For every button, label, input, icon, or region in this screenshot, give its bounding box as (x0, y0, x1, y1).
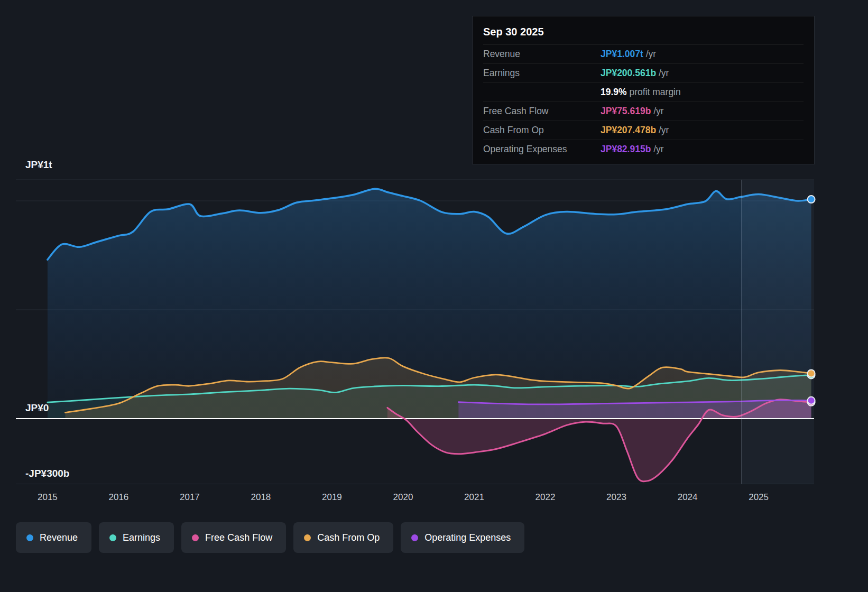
tooltip-suffix: /yr (656, 125, 669, 135)
x-axis-label: 2018 (251, 492, 271, 502)
tooltip-row-profit-margin: 19.9% profit margin (483, 82, 804, 101)
x-axis-label: 2021 (464, 492, 484, 502)
y-axis-label: JP¥1t (25, 159, 52, 170)
tooltip-suffix: /yr (643, 49, 656, 59)
tooltip-row-cash-from-op: Cash From Op JP¥207.478b /yr (483, 121, 804, 140)
legend-item-free-cash-flow[interactable]: Free Cash Flow (181, 522, 286, 553)
tooltip-value: 19.9% (601, 87, 627, 97)
tooltip-suffix: /yr (656, 68, 669, 78)
tooltip-value: JP¥75.619b (601, 106, 651, 116)
revenue-dot-icon (26, 534, 33, 541)
tooltip-label: Operating Expenses (483, 144, 601, 155)
x-axis-label: 2015 (38, 492, 58, 502)
tooltip-suffix: profit margin (627, 87, 681, 97)
chart-tooltip: Sep 30 2025 Revenue JP¥1.007t /yr Earnin… (472, 16, 815, 164)
tooltip-label: Cash From Op (483, 125, 601, 136)
x-axis-label: 2020 (393, 492, 413, 502)
x-axis-label: 2016 (108, 492, 128, 502)
legend-label: Revenue (40, 532, 78, 543)
y-axis-label: -JP¥300b (25, 468, 69, 479)
legend-item-cash-from-op[interactable]: Cash From Op (293, 522, 393, 553)
tooltip-suffix: /yr (651, 144, 663, 154)
current-period-highlight (742, 180, 814, 484)
legend-label: Operating Expenses (424, 532, 511, 543)
tooltip-row-earnings: Earnings JP¥200.561b /yr (483, 63, 804, 82)
tooltip-value: JP¥82.915b (601, 144, 651, 154)
tooltip-row-free-cash-flow: Free Cash Flow JP¥75.619b /yr (483, 101, 804, 121)
legend-label: Earnings (123, 532, 160, 543)
tooltip-label: Free Cash Flow (483, 106, 601, 117)
cash-from-op-end-marker (808, 370, 815, 377)
tooltip-date: Sep 30 2025 (483, 23, 804, 44)
x-axis-label: 2023 (606, 492, 626, 502)
x-axis-label: 2019 (322, 492, 342, 502)
legend-item-revenue[interactable]: Revenue (16, 522, 91, 553)
operating-expenses-dot-icon (411, 534, 418, 541)
x-axis-label: 2022 (535, 492, 556, 502)
free-cash-flow-dot-icon (192, 534, 199, 541)
tooltip-value: JP¥207.478b (601, 125, 656, 135)
tooltip-row-revenue: Revenue JP¥1.007t /yr (483, 44, 804, 63)
chart-legend: Revenue Earnings Free Cash Flow Cash Fro… (16, 522, 524, 553)
tooltip-label: Revenue (483, 49, 601, 60)
revenue-end-marker (808, 196, 815, 203)
x-axis-label: 2024 (678, 492, 698, 502)
legend-label: Cash From Op (317, 532, 380, 543)
legend-item-earnings[interactable]: Earnings (99, 522, 174, 553)
chart-page: JP¥1tJP¥0-JP¥300b20152016201720182019202… (0, 0, 868, 592)
legend-label: Free Cash Flow (205, 532, 272, 543)
operating-expenses-end-marker (808, 397, 815, 404)
tooltip-label: Earnings (483, 68, 601, 79)
tooltip-suffix: /yr (651, 106, 663, 116)
legend-item-operating-expenses[interactable]: Operating Expenses (401, 522, 524, 553)
tooltip-row-operating-expenses: Operating Expenses JP¥82.915b /yr (483, 140, 804, 159)
earnings-dot-icon (109, 534, 116, 541)
tooltip-value: JP¥1.007t (601, 49, 643, 59)
y-axis-label: JP¥0 (25, 402, 49, 413)
x-axis-label: 2025 (749, 492, 769, 502)
x-axis-label: 2017 (180, 492, 200, 502)
cash-from-op-dot-icon (304, 534, 311, 541)
tooltip-value: JP¥200.561b (601, 68, 656, 78)
